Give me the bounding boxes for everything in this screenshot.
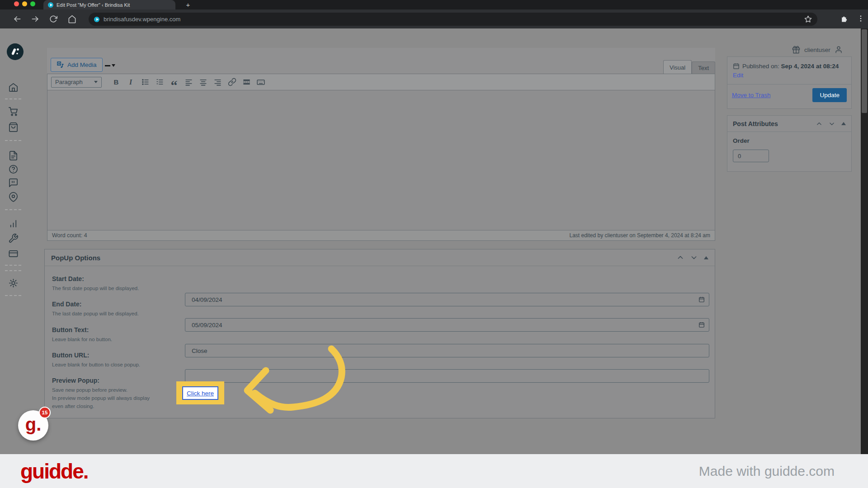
move-up-icon[interactable]: [677, 254, 684, 261]
sidebar-settings-gear-icon[interactable]: [8, 278, 19, 288]
popup-options-header[interactable]: PopUp Options: [45, 249, 715, 266]
user-icon[interactable]: [835, 46, 843, 54]
sidebar-help-icon[interactable]: [8, 164, 19, 174]
tab-title: Edit Post "My Offer" ‹ Brindisa Kit: [57, 2, 130, 8]
address-favicon-play-icon: [94, 17, 99, 22]
italic-button[interactable]: I: [124, 76, 137, 88]
post-editor: Paragraph B I “: [47, 74, 715, 241]
window-minimize-button[interactable]: [22, 1, 27, 6]
keyboard-icon[interactable]: [255, 76, 267, 88]
editor-canvas[interactable]: [47, 90, 715, 230]
window-close-button[interactable]: [14, 1, 19, 6]
published-date: Sep 4, 2024 at 08:24: [781, 63, 839, 70]
username[interactable]: clientuser: [804, 47, 830, 53]
order-label: Order: [733, 137, 846, 144]
post-attributes-title: Post Attributes: [733, 120, 778, 127]
bullet-list-icon[interactable]: [139, 76, 151, 88]
browser-home-icon[interactable]: [67, 14, 77, 24]
sidebar-divider: [5, 265, 21, 266]
add-media-button[interactable]: Add Media: [51, 58, 103, 72]
edit-published-link[interactable]: Edit: [733, 72, 743, 79]
sidebar-chart-icon[interactable]: [8, 218, 19, 229]
insert-link-icon[interactable]: [226, 76, 238, 88]
move-down-icon[interactable]: [690, 254, 698, 261]
move-down-icon[interactable]: [829, 121, 835, 127]
collapse-icon[interactable]: [841, 122, 846, 125]
field-label: End Date:: [52, 300, 708, 308]
tab-text[interactable]: Text: [692, 61, 715, 74]
word-count: Word count: 4: [52, 232, 87, 239]
field-label: Start Date:: [52, 275, 708, 282]
url-text: brindisafusdev.wpengine.com: [104, 16, 804, 23]
update-button[interactable]: Update: [812, 88, 847, 102]
sidebar-chat-icon[interactable]: [8, 178, 19, 188]
field-row-preview-popup: Preview Popup: Save new popup before pre…: [52, 377, 708, 410]
publish-actions: Move to Trash Update: [727, 84, 851, 106]
post-attributes-header[interactable]: Post Attributes: [727, 116, 851, 132]
move-to-trash-link[interactable]: Move to Trash: [732, 92, 771, 99]
sidebar-divider: [5, 209, 21, 210]
order-input[interactable]: [733, 150, 769, 162]
bold-button[interactable]: B: [110, 76, 123, 88]
sidebar-tools-icon[interactable]: [8, 233, 19, 244]
calendar-icon: [733, 63, 740, 70]
collapsed-title-artifact: [105, 64, 115, 68]
new-tab-button[interactable]: +: [182, 0, 194, 9]
forward-icon[interactable]: [30, 14, 40, 24]
field-description: Leave blank for no button.: [52, 336, 708, 343]
click-here-link[interactable]: Click here: [187, 390, 214, 397]
move-up-icon[interactable]: [816, 121, 822, 127]
media-icon: [57, 61, 64, 69]
more-tag-icon[interactable]: [240, 76, 253, 88]
gift-icon[interactable]: [792, 46, 800, 54]
admin-sidebar: [0, 28, 26, 454]
field-label: Button Text:: [52, 326, 708, 333]
brand-logo-icon[interactable]: [7, 43, 24, 60]
reload-icon[interactable]: [48, 14, 58, 24]
back-icon[interactable]: [12, 14, 22, 24]
browser-menu-icon[interactable]: [857, 14, 865, 23]
tab-visual[interactable]: Visual: [663, 60, 692, 74]
guidde-bubble-logo: g.: [25, 414, 42, 435]
field-description: The first date popup will be displayed.: [52, 285, 708, 292]
field-description: In preview mode popup will always displa…: [52, 394, 708, 402]
sidebar-divider: [5, 99, 21, 99]
bookmark-star-icon[interactable]: [804, 15, 812, 23]
extensions-puzzle-icon[interactable]: [840, 14, 849, 23]
chevron-down-icon: [94, 81, 98, 83]
paragraph-select-value: Paragraph: [55, 79, 83, 85]
sidebar-cart-icon[interactable]: [8, 106, 19, 117]
guidde-widget-bubble[interactable]: g. 15: [18, 410, 48, 441]
sidebar-bag-icon[interactable]: [8, 122, 19, 132]
align-right-icon[interactable]: [211, 76, 224, 88]
browser-tabstrip: Edit Post "My Offer" ‹ Brindisa Kit +: [0, 0, 868, 9]
field-description: even after closing.: [52, 403, 708, 410]
blockquote-icon[interactable]: “: [168, 76, 180, 88]
guidde-step-badge: 15: [39, 407, 51, 418]
page-scrollbar[interactable]: [861, 28, 868, 454]
panel-controls: [816, 121, 846, 127]
post-attributes-panel: Post Attributes Order: [727, 115, 852, 172]
field-label: Preview Popup:: [52, 377, 708, 384]
scrollbar-thumb[interactable]: [862, 29, 867, 113]
window-zoom-button[interactable]: [30, 1, 35, 6]
click-here-focus-box: Click here: [182, 386, 218, 400]
annotation-highlight-box: Click here: [176, 381, 224, 404]
admin-user-row: clientuser: [792, 46, 843, 54]
sidebar-divider: [5, 295, 21, 296]
editor-header: Add Media Visual Text: [47, 48, 715, 74]
numbered-list-icon[interactable]: [153, 76, 166, 88]
published-on-row: Published on: Sep 4, 2024 at 08:24 Edit: [727, 57, 851, 84]
align-left-icon[interactable]: [182, 76, 195, 88]
sidebar-location-icon[interactable]: [8, 192, 19, 202]
editor-mode-tabs: Visual Text: [663, 60, 715, 74]
collapse-icon[interactable]: [704, 256, 708, 259]
add-media-label: Add Media: [67, 61, 97, 68]
sidebar-document-icon[interactable]: [8, 150, 19, 161]
sidebar-payments-icon[interactable]: [8, 249, 19, 259]
paragraph-select[interactable]: Paragraph: [51, 77, 102, 88]
align-center-icon[interactable]: [197, 76, 209, 88]
address-bar[interactable]: brindisafusdev.wpengine.com: [89, 13, 817, 26]
browser-tab[interactable]: Edit Post "My Offer" ‹ Brindisa Kit: [43, 0, 175, 9]
sidebar-home-icon[interactable]: [8, 82, 19, 93]
